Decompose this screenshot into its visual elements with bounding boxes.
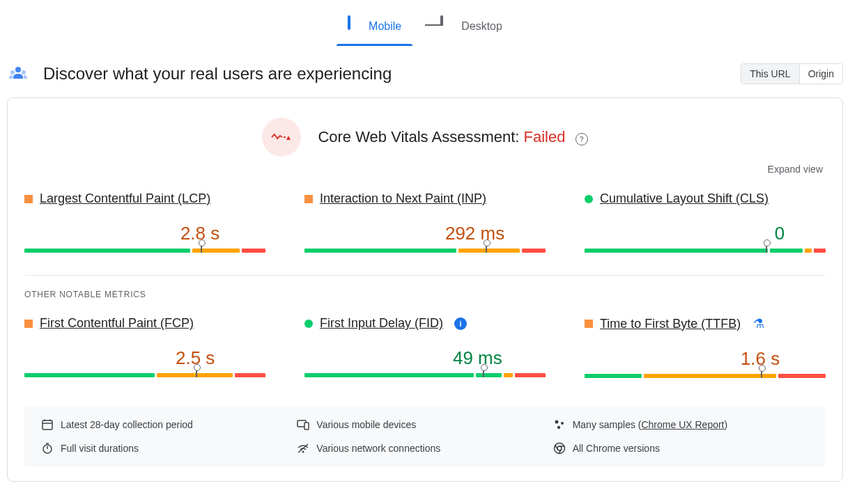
svg-point-10	[555, 420, 558, 424]
tab-label-desktop: Desktop	[461, 20, 502, 33]
distribution-bar	[585, 374, 826, 378]
assessment-text: Core Web Vitals Assessment: Failed ?	[318, 128, 587, 146]
assessment-status: Failed	[524, 128, 566, 145]
marker-icon	[486, 243, 487, 253]
other-metric-0: First Contentful Paint (FCP)2.5 s	[24, 316, 265, 378]
svg-rect-4	[42, 420, 52, 430]
svg-point-2	[22, 70, 26, 74]
vitals-card: Core Web Vitals Assessment: Failed ? Exp…	[7, 97, 843, 482]
other-value: 2.5 s	[24, 347, 265, 369]
marker-icon	[761, 368, 762, 378]
toggle-origin[interactable]: Origin	[799, 64, 842, 84]
toggle-this-url[interactable]: This URL	[741, 64, 798, 84]
tab-label-mobile: Mobile	[369, 20, 401, 33]
info-icon[interactable]: i	[454, 317, 467, 330]
footer-versions: All Chrome versions	[573, 443, 660, 454]
assessment-fail-icon	[262, 118, 301, 157]
mobile-icon	[348, 17, 362, 36]
status-good-icon	[304, 320, 313, 328]
help-icon[interactable]: ?	[575, 133, 588, 145]
other-metrics-label: OTHER NOTABLE METRICS	[24, 290, 826, 299]
vital-metric-2: Cumulative Layout Shift (CLS)0	[585, 191, 826, 253]
vital-name[interactable]: Interaction to Next Paint (INP)	[320, 191, 486, 206]
status-warn-icon	[24, 195, 33, 203]
marker-icon	[196, 368, 197, 377]
status-warn-icon	[24, 320, 33, 328]
desktop-icon	[440, 17, 454, 36]
svg-point-12	[557, 426, 559, 429]
distribution-bar	[304, 249, 546, 253]
vital-metric-0: Largest Contentful Paint (LCP)2.8 s	[24, 191, 265, 253]
other-metric-2: Time to First Byte (TTFB)⚗1.6 s	[585, 316, 826, 378]
vital-value: 2.8 s	[24, 223, 265, 244]
crux-link[interactable]: Chrome UX Report	[641, 419, 724, 430]
chrome-icon	[553, 442, 566, 455]
vital-metric-1: Interaction to Next Paint (INP)292 ms	[304, 191, 546, 253]
marker-icon	[766, 243, 767, 253]
tab-desktop[interactable]: Desktop	[438, 11, 505, 46]
divider	[24, 275, 826, 276]
assessment-prefix: Core Web Vitals Assessment:	[318, 128, 523, 145]
footer-durations: Full visit durations	[61, 443, 139, 454]
svg-point-11	[561, 422, 564, 425]
vital-value: 292 ms	[304, 223, 546, 244]
calendar-icon	[41, 418, 54, 431]
samples-icon	[553, 418, 566, 431]
footer-box: Latest 28-day collection period Various …	[24, 406, 826, 467]
scope-toggle: This URL Origin	[741, 63, 843, 84]
marker-icon	[201, 243, 202, 253]
other-value: 49 ms	[304, 347, 546, 369]
svg-point-1	[10, 70, 15, 74]
distribution-bar	[24, 373, 265, 377]
other-name[interactable]: Time to First Byte (TTFB)	[600, 317, 741, 331]
expand-view-link[interactable]: Expand view	[24, 164, 826, 175]
svg-point-0	[15, 67, 21, 72]
tab-mobile[interactable]: Mobile	[345, 11, 404, 46]
footer-devices: Various mobile devices	[316, 419, 416, 430]
distribution-bar	[585, 249, 826, 253]
footer-samples: Many samples (Chrome UX Report)	[573, 419, 728, 430]
vital-name[interactable]: Largest Contentful Paint (LCP)	[40, 191, 210, 206]
users-icon	[7, 63, 29, 85]
footer-period: Latest 28-day collection period	[61, 419, 193, 430]
other-value: 1.6 s	[585, 348, 826, 370]
page-title: Discover what your real users are experi…	[43, 64, 392, 84]
vital-name[interactable]: Cumulative Layout Shift (CLS)	[600, 191, 768, 206]
other-name[interactable]: First Contentful Paint (FCP)	[40, 316, 194, 331]
vital-value: 0	[585, 223, 826, 244]
devices-icon	[297, 418, 309, 431]
distribution-bar	[24, 249, 265, 253]
marker-icon	[483, 368, 484, 377]
svg-rect-9	[304, 423, 309, 430]
other-metric-1: First Input Delay (FID)i49 ms	[304, 316, 546, 378]
svg-point-16	[302, 451, 304, 453]
lab-icon: ⚗	[753, 316, 764, 331]
status-good-icon	[585, 195, 593, 203]
status-warn-icon	[585, 320, 593, 328]
stopwatch-icon	[41, 442, 54, 455]
other-name[interactable]: First Input Delay (FID)	[320, 316, 443, 331]
network-icon	[297, 442, 309, 455]
distribution-bar	[304, 373, 546, 377]
status-warn-icon	[304, 195, 313, 203]
footer-network: Various network connections	[316, 443, 440, 454]
